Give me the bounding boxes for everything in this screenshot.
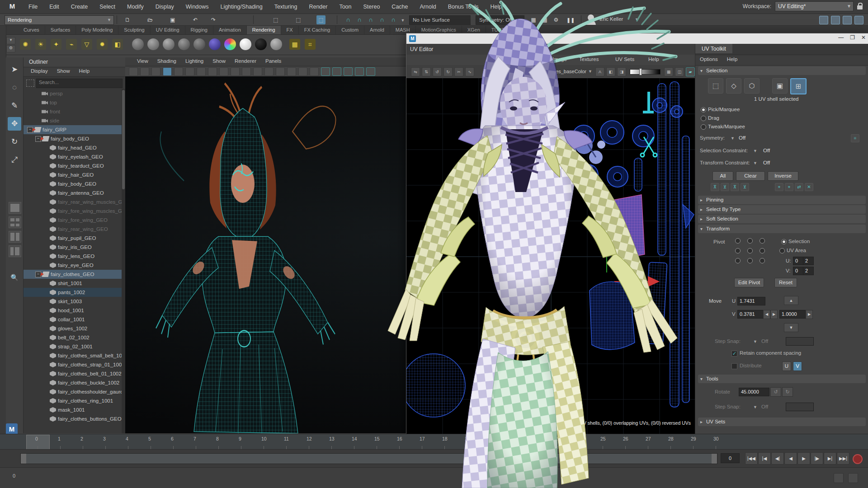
section-soft-selection[interactable]: Soft Selection xyxy=(698,215,866,223)
snap-point-icon[interactable]: ∩ xyxy=(366,15,375,24)
move-tool-icon[interactable]: ✥ xyxy=(8,117,21,131)
menu-set-selector[interactable]: Rendering ▼ xyxy=(5,15,114,25)
select-uv-icon[interactable]: ▣ xyxy=(772,78,788,94)
viewport-toolbar-icon[interactable] xyxy=(197,67,206,76)
shelf-directional-light-icon[interactable]: ☀ xyxy=(35,39,46,50)
transform-constraint-value[interactable]: Off xyxy=(763,160,770,165)
pivot-u-min-field[interactable]: 0 xyxy=(793,257,804,265)
uv-sew-icon[interactable]: ∿ xyxy=(465,67,474,76)
invert-pin-icon[interactable]: ⇄ xyxy=(795,183,803,191)
shelf-ambient-light-icon[interactable]: ✹ xyxy=(97,39,108,50)
scale-tool-icon[interactable]: ⤢ xyxy=(8,153,21,167)
outliner-item-fairy_clothes_strap_01_1001[interactable]: fairy_clothes_strap_01_1001 xyxy=(24,360,122,369)
outliner-item-fairy_rear_wing_muscles_GEO[interactable]: fairy_rear_wing_muscles_GEO xyxy=(24,197,122,206)
render-settings-icon[interactable]: ⚙ xyxy=(552,15,561,24)
symmetry-grid-icon[interactable]: ⌗ xyxy=(851,134,859,142)
go-to-start-button[interactable]: |◀◀ xyxy=(745,452,758,465)
shelf-material-gray-icon[interactable] xyxy=(270,38,282,50)
move-step-field[interactable]: 1.0000 xyxy=(779,310,807,319)
rotate-angle-field[interactable]: 45.0000 xyxy=(739,388,769,396)
viewport-toolbar-icon[interactable] xyxy=(174,67,183,76)
viewport-menu-panels[interactable]: Panels xyxy=(261,57,286,66)
uv-snap-icon[interactable]: ⌗ xyxy=(508,67,517,76)
viewport-toolbar-icon[interactable] xyxy=(242,67,251,76)
outliner-menu-help[interactable]: Help xyxy=(75,67,94,76)
shelf-material-black-icon[interactable] xyxy=(255,38,267,50)
pin-tool-icon[interactable]: ⌖ xyxy=(775,183,783,191)
symmetry-field[interactable]: Symmetry: Off xyxy=(476,15,524,25)
shelf-material-standard-icon[interactable] xyxy=(178,38,190,50)
chevron-down-icon[interactable]: ▼ xyxy=(753,149,757,153)
distribute-checkbox[interactable] xyxy=(731,363,737,369)
section-uv-sets[interactable]: UV Sets xyxy=(698,418,866,426)
menu-display[interactable]: Display xyxy=(150,0,180,14)
go-to-end-button[interactable]: ▶▶| xyxy=(837,452,849,465)
new-scene-icon[interactable]: 🗋 xyxy=(123,15,132,24)
viewport-toolbar-icon[interactable] xyxy=(332,67,341,76)
uv-toolkit-menu-help[interactable]: Help xyxy=(722,55,742,65)
shelf-material-ramp-icon[interactable] xyxy=(224,38,236,50)
undo-icon[interactable]: ↶ xyxy=(191,15,200,24)
pivot-grid-radio[interactable] xyxy=(760,248,765,253)
pivot-grid-radio[interactable] xyxy=(747,258,753,263)
outliner-item-fairy_hair_GEO[interactable]: fairy_hair_GEO xyxy=(24,170,122,179)
viewport-toolbar-icon[interactable] xyxy=(355,67,364,76)
rotate-step-snap-value[interactable]: Off xyxy=(761,404,768,409)
viewport-toolbar-icon[interactable] xyxy=(129,67,138,76)
dock-grip[interactable] xyxy=(0,26,6,488)
move-v-field[interactable]: 0.3781 xyxy=(737,310,765,319)
outliner-item-fairy_body_GEO[interactable]: fairy_body_GEO xyxy=(24,179,122,188)
step-forward-frame-button[interactable]: ▶| xyxy=(824,452,836,465)
outliner-item-fairy_clothes_GEO[interactable]: −fairy_clothes_GEO xyxy=(24,270,122,279)
shelf-tab-custom[interactable]: Custom xyxy=(336,26,364,34)
filter-icon[interactable] xyxy=(26,80,34,87)
shelf-material-phong-icon[interactable] xyxy=(163,38,175,50)
uv-flip-v-icon[interactable]: ⇅ xyxy=(422,67,431,76)
outliner-item-belt_02_1002[interactable]: belt_02_1002 xyxy=(24,333,122,342)
select-face-icon[interactable]: ⬡ xyxy=(744,78,760,94)
move-right-button[interactable]: ▶ xyxy=(770,310,778,319)
sidebar-toggle-channel-box-icon[interactable] xyxy=(843,16,852,24)
viewport-toolbar-icon[interactable] xyxy=(163,67,172,76)
minimize-window-icon[interactable]: — xyxy=(838,34,844,41)
menu-lighting-shading[interactable]: Lighting/Shading xyxy=(215,0,269,14)
viewport-toolbar-icon[interactable] xyxy=(151,67,160,76)
range-start-field[interactable]: 0 xyxy=(13,473,15,479)
section-tools[interactable]: Tools xyxy=(698,375,866,383)
pivot-grid-radio[interactable] xyxy=(735,248,741,253)
section-select-by-type[interactable]: Select By Type xyxy=(698,205,866,214)
outliner-scrollbar[interactable] xyxy=(122,89,125,433)
outliner-item-collar_1001[interactable]: collar_1001 xyxy=(24,315,122,324)
outliner-item-fairy_clothes_ring_1001[interactable]: fairy_clothes_ring_1001 xyxy=(24,396,122,405)
radio-drag[interactable] xyxy=(701,116,706,121)
outliner-menu-show[interactable]: Show xyxy=(53,67,74,76)
paint-select-tool-icon[interactable]: ✎ xyxy=(8,99,21,113)
uv-editor-menu-uv-sets[interactable]: UV Sets xyxy=(615,56,634,62)
viewport-toolbar-icon[interactable] xyxy=(276,67,285,76)
shelf-edit-icon[interactable]: ⚙ xyxy=(6,45,15,52)
menu-windows[interactable]: Windows xyxy=(180,0,215,14)
menu-help[interactable]: Help xyxy=(485,0,508,14)
viewport-menu-lighting[interactable]: Lighting xyxy=(181,57,208,66)
texture-selector[interactable]: fairy_clothes_baseColor ▼ xyxy=(525,67,592,75)
section-pinning[interactable]: Pinning xyxy=(698,196,866,204)
outliner-item-fairy_fore_wing_GEO[interactable]: fairy_fore_wing_GEO xyxy=(24,216,122,225)
image-dim-slider[interactable] xyxy=(630,69,660,75)
account-avatar-icon[interactable] xyxy=(588,14,594,21)
outliner-item-fairy_clothes_buttons_GEO[interactable]: fairy_clothes_buttons_GEO xyxy=(24,414,122,423)
shelf-tab-fx-caching[interactable]: FX Caching xyxy=(299,26,336,34)
select-tool-icon[interactable]: ➤ xyxy=(8,63,21,76)
move-right2-button[interactable]: ▶ xyxy=(806,310,813,319)
viewport-toolbar-icon[interactable] xyxy=(185,67,194,76)
viewport-menu-show[interactable]: Show xyxy=(208,57,230,66)
play-backwards-button[interactable]: ◀ xyxy=(784,452,797,465)
outliner-item-fairy_lens_GEO[interactable]: fairy_lens_GEO xyxy=(24,252,122,261)
viewport-toolbar-icon[interactable] xyxy=(231,67,240,76)
radio-pick-marquee[interactable] xyxy=(701,107,706,113)
current-frame-marker[interactable] xyxy=(26,435,50,450)
pivot-selection-radio[interactable] xyxy=(781,239,787,244)
close-window-icon[interactable]: ✕ xyxy=(861,34,866,41)
shelf-uv-icon[interactable]: ⌗ xyxy=(305,39,316,50)
shelf-material-blinn-icon[interactable] xyxy=(147,38,159,50)
radio-tweak-marquee[interactable] xyxy=(701,124,706,130)
